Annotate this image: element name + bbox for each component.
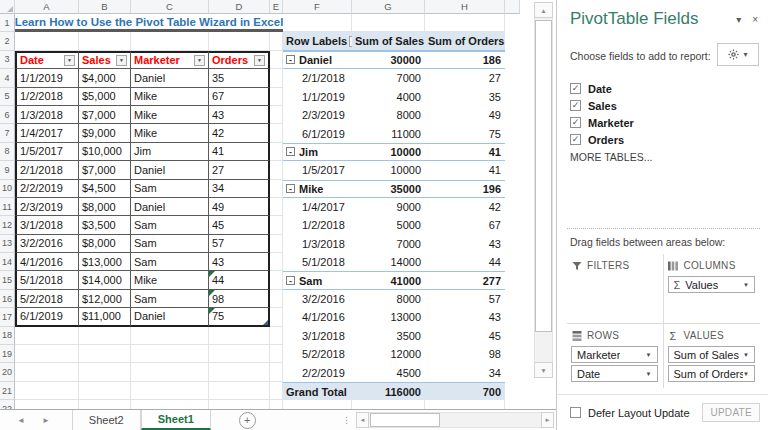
cell-E19[interactable] (270, 345, 283, 363)
cell-D20[interactable] (209, 363, 270, 381)
cell-E20[interactable] (270, 363, 283, 381)
columns-area-field-values[interactable]: ΣValues▼ (668, 276, 756, 293)
sheet-tab-sheet2[interactable]: Sheet2 (72, 410, 141, 430)
cell-B22[interactable] (79, 400, 131, 409)
field-checkbox-orders[interactable]: ✓ (570, 134, 581, 145)
cell-H7[interactable]: 75 (425, 124, 505, 142)
cell-H15[interactable]: 277 (425, 271, 505, 289)
cell-E16[interactable] (270, 290, 283, 308)
cell-A13[interactable]: 3/2/2016 (15, 235, 79, 253)
field-checkbox-sales[interactable]: ✓ (570, 100, 581, 111)
cell-H10[interactable]: 196 (425, 180, 505, 198)
cell-B7[interactable]: $9,000 (79, 124, 131, 142)
more-tables-link[interactable]: MORE TABLES... (570, 151, 652, 163)
cell-G10[interactable]: 35000 (352, 180, 425, 198)
cell-E22[interactable] (270, 400, 283, 409)
cell-G4[interactable]: 7000 (352, 69, 425, 87)
cell-A20[interactable] (15, 363, 79, 381)
cell-B20[interactable] (79, 363, 131, 381)
field-item-sales[interactable]: ✓Sales (570, 97, 634, 114)
cell-C18[interactable] (131, 327, 209, 345)
cell-D3[interactable]: Orders▼ (209, 51, 270, 69)
defer-layout-update[interactable]: Defer Layout Update (570, 407, 690, 419)
cell-B2[interactable] (79, 32, 131, 50)
field-item-date[interactable]: ✓Date (570, 80, 634, 97)
cell-F8[interactable]: -Jim (283, 143, 352, 161)
cell-H20[interactable]: 34 (425, 363, 505, 381)
cell-E5[interactable] (270, 88, 283, 106)
filter-button-orders[interactable]: ▼ (254, 55, 265, 66)
row-header-9[interactable]: 9 (0, 161, 15, 179)
cell-B21[interactable] (79, 382, 131, 400)
cell-F16[interactable]: 3/2/2016 (283, 290, 352, 308)
cell-E14[interactable] (270, 253, 283, 271)
cell-G1[interactable] (352, 14, 425, 32)
cell-D11[interactable]: 49 (209, 198, 270, 216)
cell-B9[interactable]: $7,000 (79, 161, 131, 179)
cell-H4[interactable]: 27 (425, 69, 505, 87)
row-header-10[interactable]: 10 (0, 180, 15, 198)
cell-C22[interactable] (131, 400, 209, 409)
cell-E9[interactable] (270, 161, 283, 179)
cell-G14[interactable]: 14000 (352, 253, 425, 271)
cell-A3[interactable]: Date▼ (15, 51, 79, 69)
cell-H9[interactable]: 41 (425, 161, 505, 179)
values-area-field-sum-of-sales[interactable]: Sum of Sales▼ (668, 346, 756, 363)
sheet-tab-sheet1[interactable]: Sheet1 (141, 410, 211, 430)
cell-B17[interactable]: $11,000 (79, 308, 131, 326)
cell-C7[interactable]: Mike (131, 124, 209, 142)
cell-A11[interactable]: 2/3/2019 (15, 198, 79, 216)
cell-H16[interactable]: 57 (425, 290, 505, 308)
horizontal-scrollbar[interactable]: ◄ ► (356, 412, 554, 428)
cell-H22[interactable] (425, 400, 505, 409)
cell-E3[interactable] (270, 51, 283, 69)
row-header-14[interactable]: 14 (0, 253, 15, 271)
cell-A6[interactable]: 1/3/2018 (15, 106, 79, 124)
cell-H8[interactable]: 41 (425, 143, 505, 161)
cell-C17[interactable]: Daniel (131, 308, 209, 326)
cell-D2[interactable] (209, 32, 270, 50)
cell-D16[interactable]: 98 (209, 290, 270, 308)
cell-C19[interactable] (131, 345, 209, 363)
cell-A5[interactable]: 1/2/2018 (15, 88, 79, 106)
cell-F10[interactable]: -Mike (283, 180, 352, 198)
collapse-button-jim[interactable]: - (286, 147, 295, 156)
cell-H6[interactable]: 49 (425, 106, 505, 124)
column-header-E[interactable]: E (270, 0, 283, 14)
cell-A9[interactable]: 2/1/2018 (15, 161, 79, 179)
column-header-H[interactable]: H (425, 0, 505, 14)
cell-H5[interactable]: 35 (425, 88, 505, 106)
cell-H17[interactable]: 43 (425, 308, 505, 326)
cell-F19[interactable]: 5/2/2018 (283, 345, 352, 363)
cell-G7[interactable]: 11000 (352, 124, 425, 142)
field-checkbox-date[interactable]: ✓ (570, 83, 581, 94)
row-header-13[interactable]: 13 (0, 235, 15, 253)
cell-D22[interactable] (209, 400, 270, 409)
scroll-up-button[interactable]: ▲ (534, 2, 553, 18)
cell-A10[interactable]: 2/2/2019 (15, 180, 79, 198)
cell-F18[interactable]: 3/1/2018 (283, 327, 352, 345)
cell-F12[interactable]: 1/2/2018 (283, 216, 352, 234)
cell-A19[interactable] (15, 345, 79, 363)
cell-F21[interactable]: Grand Total (283, 382, 352, 400)
cell-D12[interactable]: 45 (209, 216, 270, 234)
cell-F4[interactable]: 2/1/2018 (283, 69, 352, 87)
cell-D21[interactable] (209, 382, 270, 400)
cell-B18[interactable] (79, 327, 131, 345)
cell-C4[interactable]: Daniel (131, 69, 209, 87)
cell-B13[interactable]: $8,000 (79, 235, 131, 253)
cell-G18[interactable]: 3500 (352, 327, 425, 345)
cell-A12[interactable]: 3/1/2018 (15, 216, 79, 234)
cell-A15[interactable]: 5/1/2018 (15, 271, 79, 289)
rows-area[interactable]: ROWS Marketer▼Date▼ (567, 323, 664, 388)
cell-E15[interactable] (270, 271, 283, 289)
vertical-scroll-track[interactable] (534, 18, 553, 362)
scroll-left-button[interactable]: ◄ (356, 412, 369, 428)
row-header-2[interactable]: 2 (0, 32, 15, 50)
cell-F11[interactable]: 1/4/2017 (283, 198, 352, 216)
cell-G21[interactable]: 116000 (352, 382, 425, 400)
cell-C13[interactable]: Sam (131, 235, 209, 253)
cell-G17[interactable]: 13000 (352, 308, 425, 326)
cell-H19[interactable]: 98 (425, 345, 505, 363)
cell-F20[interactable]: 2/2/2019 (283, 363, 352, 381)
